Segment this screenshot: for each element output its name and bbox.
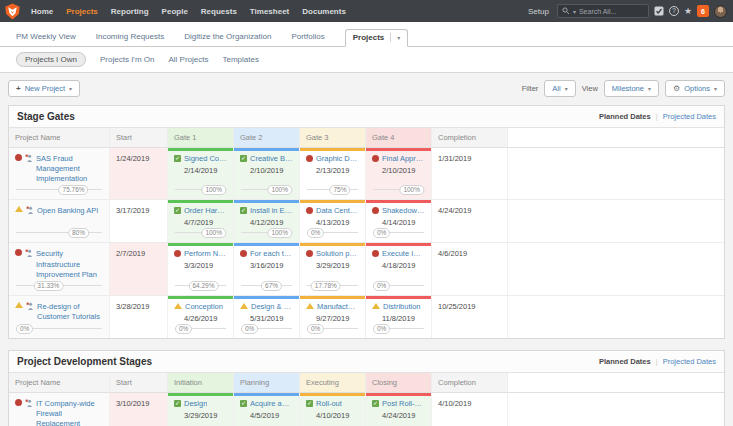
options-dropdown[interactable]: ⚙ Options ▾ — [665, 80, 725, 97]
tab-incoming-requests[interactable]: Incoming Requests — [96, 29, 164, 46]
filter-dropdown[interactable]: All ▾ — [544, 80, 575, 97]
milestone-link[interactable]: Shakedown of ... — [382, 206, 425, 215]
view-value: Milestone — [612, 84, 644, 93]
search-box[interactable]: ▾ — [557, 4, 649, 18]
tab-portfolios[interactable]: Portfolios — [291, 29, 324, 46]
project-name-link[interactable]: Security Infrastructure Improvement Plan — [36, 249, 103, 279]
milestone-link[interactable]: Acquire and dis... — [250, 399, 293, 408]
planned-dates-toggle[interactable]: Planned Dates — [599, 357, 651, 366]
project-name-link[interactable]: Open Banking API — [37, 206, 98, 216]
stage-cell: Final Approval2/10/2019100% — [365, 148, 431, 199]
milestone-link[interactable]: Order Hardware — [184, 206, 227, 215]
column-header-initiation[interactable]: Initiation — [167, 373, 233, 393]
progress-pill: 17.78% — [311, 281, 341, 291]
help-icon[interactable]: ? — [669, 6, 679, 16]
column-header-project-name[interactable]: Project Name — [9, 373, 109, 393]
nav-item-documents[interactable]: Documents — [302, 7, 346, 16]
chevron-down-icon: ▾ — [648, 85, 651, 92]
toolbar: + New Project ▾ Filter All ▾ View Milest… — [8, 80, 725, 97]
milestone-status-late-icon — [240, 250, 247, 257]
milestone-link[interactable]: Distribution — [383, 302, 421, 311]
tab-projects-active[interactable]: Projects▾ — [345, 29, 409, 47]
nav-item-timesheet[interactable]: Timesheet — [250, 7, 289, 16]
view-dropdown[interactable]: Milestone ▾ — [604, 80, 659, 97]
milestone-link[interactable]: Creative Brief — [250, 154, 293, 163]
search-input[interactable] — [579, 8, 644, 15]
project-name-link[interactable]: IT Company-wide Firewall Replacement — [36, 399, 103, 426]
row-filler — [507, 296, 724, 338]
gear-icon: ⚙ — [673, 84, 680, 93]
user-avatar[interactable] — [714, 5, 727, 18]
milestone-link[interactable]: Graphic Design — [316, 154, 359, 163]
nav-item-projects[interactable]: Projects — [66, 7, 98, 16]
column-header-closing[interactable]: Closing — [365, 373, 431, 393]
subtab-projects-i-own[interactable]: Projects I Own — [16, 52, 86, 67]
stage-color-bar — [234, 296, 299, 299]
table-header-row: Project NameStartGate 1Gate 2Gate 3Gate … — [9, 128, 724, 148]
column-header-start[interactable]: Start — [109, 128, 167, 148]
planned-dates-toggle[interactable]: Planned Dates — [599, 112, 651, 121]
project-name-link[interactable]: Re-design of Customer Tutorials — [37, 302, 103, 322]
milestone-link[interactable]: Roll-out — [316, 399, 342, 408]
column-header-gate-3[interactable]: Gate 3 — [299, 128, 365, 148]
favorites-star-icon[interactable]: ★ — [684, 5, 692, 17]
stage-color-bar — [300, 200, 365, 203]
column-header-executing[interactable]: Executing — [299, 373, 365, 393]
milestone-link[interactable]: Solution possibi... — [316, 249, 359, 258]
notifications-badge[interactable]: 6 — [697, 5, 709, 17]
project-status-late-icon — [15, 249, 22, 256]
new-project-button[interactable]: + New Project ▾ — [8, 80, 80, 97]
column-header-completion[interactable]: Completion — [431, 128, 507, 148]
section-stage-gates: Stage GatesPlanned Dates|Projected Dates… — [8, 105, 725, 339]
project-name-cell: IT Company-wide Firewall Replacement99.5… — [9, 393, 109, 426]
column-header-gate-4[interactable]: Gate 4 — [365, 128, 431, 148]
start-date-cell: 3/28/2019 — [109, 296, 167, 338]
subtab-all-projects[interactable]: All Projects — [168, 55, 208, 64]
subtab-templates[interactable]: Templates — [222, 55, 258, 64]
milestone-link[interactable]: For each techn... — [250, 249, 293, 258]
milestone-link[interactable]: Install in East C... — [250, 206, 293, 215]
project-name-cell: Security Infrastructure Improvement Plan… — [9, 243, 109, 294]
setup-link[interactable]: Setup — [528, 7, 549, 16]
projected-dates-toggle[interactable]: Projected Dates — [663, 112, 716, 121]
milestone-link[interactable]: Perform Needs ... — [184, 249, 227, 258]
milestone-link[interactable]: Manufacturing — [317, 302, 359, 311]
milestone-link[interactable]: Data Center Ins... — [316, 206, 359, 215]
search-scope-caret-icon[interactable]: ▾ — [573, 8, 576, 15]
tab-dropdown-caret-icon[interactable]: ▾ — [397, 34, 400, 41]
column-header-planning[interactable]: Planning — [233, 373, 299, 393]
tab-digitize-the-organization[interactable]: Digitize the Organization — [184, 29, 271, 46]
progress-line: 100% — [175, 228, 226, 238]
milestone-link[interactable]: Signed Contract — [184, 154, 227, 163]
stage-color-bar — [366, 243, 431, 246]
completion-date-cell: 1/31/2019 — [431, 148, 507, 199]
column-header-gate-1[interactable]: Gate 1 — [167, 128, 233, 148]
milestone-link[interactable]: Execute Implem... — [382, 249, 425, 258]
milestone-link[interactable]: Conception — [185, 302, 223, 311]
workfront-logo-icon[interactable] — [4, 3, 21, 20]
column-header-project-name[interactable]: Project Name — [9, 128, 109, 148]
nav-item-reporting[interactable]: Reporting — [111, 7, 149, 16]
subtab-projects-i-m-on[interactable]: Projects I'm On — [100, 55, 154, 64]
projected-dates-toggle[interactable]: Projected Dates — [663, 357, 716, 366]
milestone-date: 4/12/2019 — [250, 218, 293, 227]
progress-line: 0% — [307, 228, 358, 238]
nav-item-people[interactable]: People — [162, 7, 188, 16]
column-header-gate-2[interactable]: Gate 2 — [233, 128, 299, 148]
column-header-start[interactable]: Start — [109, 373, 167, 393]
nav-item-requests[interactable]: Requests — [201, 7, 237, 16]
milestone-link[interactable]: Design — [184, 399, 207, 408]
project-owner-icon — [25, 399, 33, 407]
project-name-link[interactable]: SAS Fraud Management Implementation — [36, 154, 103, 184]
milestone-link[interactable]: Final Approval — [382, 154, 425, 163]
column-header-completion[interactable]: Completion — [431, 373, 507, 393]
progress-line: 0% — [175, 324, 226, 334]
stage-cell: For each techn...3/16/201967% — [233, 243, 299, 294]
progress-pill: 0% — [307, 324, 324, 334]
approvals-check-icon[interactable] — [654, 6, 664, 16]
nav-item-home[interactable]: Home — [31, 7, 53, 16]
milestone-link[interactable]: Post Roll-out m... — [382, 399, 425, 408]
tab-pm-weekly-view[interactable]: PM Weekly View — [16, 29, 76, 46]
milestone-date: 4/10/2019 — [316, 411, 359, 420]
milestone-link[interactable]: Design & Engin... — [251, 302, 293, 311]
